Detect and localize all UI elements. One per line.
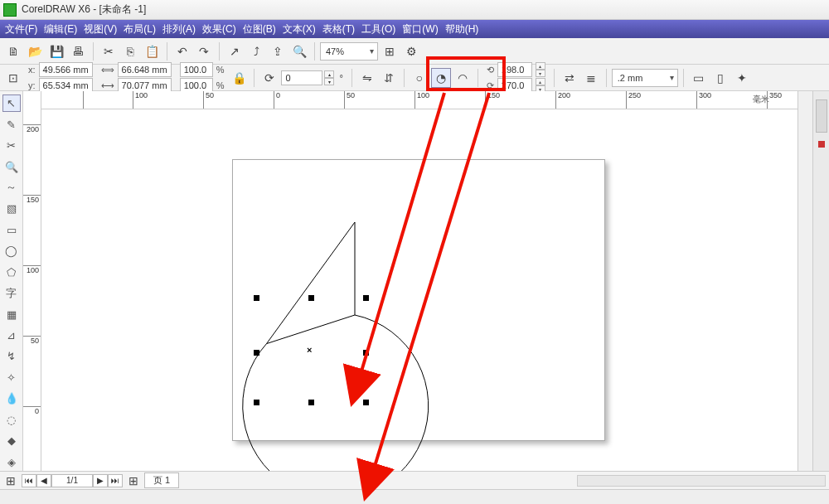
outline-tool[interactable]: ◌ [2,411,21,429]
cut-button[interactable] [99,41,119,61]
polygon-tool[interactable]: ⬠ [2,264,21,281]
menu-window[interactable]: 窗口(W) [402,22,438,36]
ruler-v-tick: 200 [23,124,41,133]
outline-width-combo[interactable]: .2 mm [612,69,678,87]
connector-tool[interactable]: ↯ [2,347,21,365]
ruler-h-tick [83,91,85,109]
handle-bm[interactable] [308,400,314,405]
separator [351,69,352,87]
handle-mr[interactable] [363,350,369,356]
options-button[interactable]: ⚙ [401,41,421,61]
undo-button[interactable] [172,41,192,61]
add-page-button[interactable]: ⊞ [3,474,18,487]
prev-page-button[interactable]: ◀ [36,474,51,487]
to-back-button[interactable]: ▯ [710,68,730,88]
swap-direction-button[interactable]: ⇄ [560,68,579,88]
menu-table[interactable]: 表格(T) [322,22,355,36]
zoom-combo[interactable]: 47% [320,42,378,61]
publish-button[interactable]: ⇪ [268,41,288,61]
document-name: [未命名 -1] [99,3,147,15]
smart-fill-tool[interactable]: ▧ [2,200,21,217]
handle-ml[interactable] [254,295,259,301]
pick-tool[interactable]: ↖ [2,94,21,112]
width-input[interactable]: 66.648 mm [118,62,172,77]
redo-button[interactable] [194,41,214,61]
menu-file[interactable]: 文件(F) [5,22,37,36]
last-page-button[interactable]: ⏭ [108,474,123,487]
rotation-spinner[interactable]: ▴▾ [324,70,334,85]
dock-handle[interactable] [818,141,825,148]
ruler-v-tick: 150 [23,195,41,204]
start-angle-spinner[interactable]: ▴▾ [536,62,545,77]
search-button[interactable]: 🔍 [289,41,309,61]
rotation-input[interactable]: 0 [281,70,322,85]
snap-button[interactable]: ⊞ [380,41,400,61]
page-tab-1[interactable]: 页 1 [144,472,179,488]
menu-effects[interactable]: 效果(C) [202,22,236,36]
zoom-tool[interactable]: 🔍 [2,158,21,175]
ruler-h-tick: 200 [555,91,570,109]
menu-tools[interactable]: 工具(O) [361,22,395,36]
mirror-h-button[interactable]: ⇋ [357,68,377,88]
copy-button[interactable] [120,41,140,61]
interactive-tool[interactable]: ✧ [2,369,21,386]
ruler-h-tick: 50 [344,91,355,109]
import-button[interactable] [225,41,245,61]
lock-ratio-button[interactable] [229,68,249,88]
export-button[interactable]: ⤴ [246,41,266,61]
interactive-fill-tool[interactable]: ◈ [2,453,21,470]
rectangle-tool[interactable]: ▭ [2,221,21,239]
crop-tool[interactable]: ✂ [2,137,21,154]
open-button[interactable] [25,41,45,61]
handle-tm[interactable] [308,295,314,301]
ruler-v-tick: 100 [23,265,41,274]
scale-x-input[interactable]: 100.0 [180,62,213,77]
save-button[interactable] [46,41,66,61]
horizontal-scrollbar[interactable] [577,475,826,487]
wrap-text-button[interactable]: ≣ [581,68,601,88]
ruler-horizontal[interactable]: 毫米 10050050100150200250300350400 [41,91,797,109]
menu-arrange[interactable]: 排列(A) [162,22,196,36]
menu-bitmap[interactable]: 位图(B) [243,22,276,36]
handle-ml2[interactable] [254,350,259,356]
toolbar-standard: ⤴ ⇪ 🔍 47% ⊞ ⚙ [0,38,829,65]
vertical-scrollbar[interactable] [797,91,812,471]
add-page-after-button[interactable]: ⊞ [126,474,141,487]
first-page-button[interactable]: ⏮ [22,474,36,487]
rotate-icon: ⟳ [259,68,279,88]
print-button[interactable] [68,41,88,61]
object-center-marker[interactable]: × [307,345,312,355]
handle-br[interactable] [363,400,369,405]
fill-tool[interactable]: ◆ [2,432,21,449]
ruler-vertical[interactable]: 200150100500 [23,91,41,471]
text-tool[interactable]: 字 [2,284,21,302]
eyedropper-tool[interactable]: 💧 [2,390,21,407]
shape-tool[interactable]: ✎ [2,115,21,133]
to-front-button[interactable]: ▭ [689,68,709,88]
table-tool[interactable]: ▦ [2,305,21,322]
next-page-button[interactable]: ▶ [93,474,108,487]
new-button[interactable] [3,41,23,61]
convert-button[interactable]: ✦ [732,68,752,88]
handle-tr[interactable] [363,295,369,301]
ellipse-tool[interactable]: ◯ [2,242,21,259]
pos-x-input[interactable]: 49.566 mm [39,62,93,77]
palette-scroll[interactable] [816,99,827,133]
dimension-tool[interactable]: ⊿ [2,327,21,344]
paste-button[interactable] [142,41,162,61]
pie-object[interactable] [257,207,381,398]
menu-help[interactable]: 帮助(H) [445,22,479,36]
canvas[interactable]: × [41,109,797,471]
rotation-unit: ° [336,73,346,83]
freehand-tool[interactable]: ～ [2,179,21,196]
object-origin-button[interactable]: ⊡ [3,68,23,88]
menu-view[interactable]: 视图(V) [84,22,117,36]
page-nav-buttons: ⏮ ◀ 1 / 1 ▶ ⏭ [22,474,123,487]
menu-edit[interactable]: 编辑(E) [44,22,77,36]
mirror-v-button[interactable]: ⇵ [379,68,399,88]
page-tab-label: 页 1 [153,475,170,485]
page-navigator: ⊞ ⏮ ◀ 1 / 1 ▶ ⏭ ⊞ 页 1 [0,471,829,489]
menu-text[interactable]: 文本(X) [283,22,316,36]
handle-bl[interactable] [254,400,259,405]
menu-layout[interactable]: 布局(L) [124,22,156,36]
